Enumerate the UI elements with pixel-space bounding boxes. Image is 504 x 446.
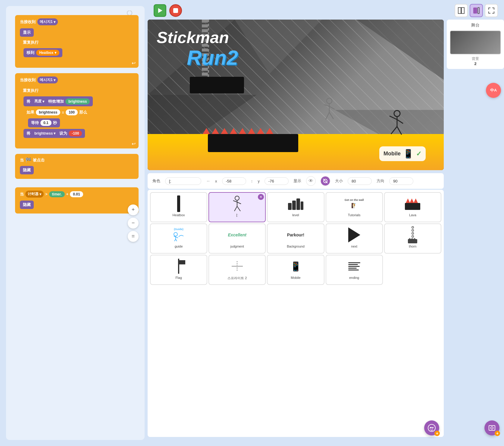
sprite-label: 角色	[152, 178, 160, 184]
hat-block-1[interactable]: 当接收到 메시지1 ▾	[17, 17, 60, 27]
sprite-card-thorn[interactable]: thorn	[384, 223, 441, 254]
mobile-img: 📱	[283, 257, 308, 275]
hide-block-1[interactable]: 隐藏	[20, 166, 34, 174]
ending-img	[342, 257, 366, 275]
set-dropdown[interactable]: brightness ▾	[32, 130, 58, 136]
sprite-name-input[interactable]	[165, 177, 201, 185]
zoom-out-button[interactable]: −	[128, 218, 139, 229]
fullscreen-button[interactable]	[485, 4, 498, 17]
lava-img	[401, 195, 425, 213]
repeat-block-1[interactable]: 重复执行	[20, 38, 42, 47]
sprite-info-bar: 角色 ↔ x ↕ y 显示 👁 大小 方向	[148, 173, 444, 189]
svg-marker-53	[411, 238, 413, 239]
sprite-card-guide[interactable]: (Guide) guide	[150, 223, 207, 254]
sprite-card-mobile[interactable]: 📱 Mobile	[267, 255, 324, 285]
brightness-value: brightness	[65, 98, 90, 104]
hat-block-4[interactable]: 当 计时器 ▾ > timer. + 0.01	[17, 189, 86, 199]
sprite-card-sprite2[interactable]: 스프라이트 2	[208, 255, 266, 285]
ending-label: ending	[349, 276, 359, 279]
move-dropdown[interactable]: Heatbox ▾	[36, 50, 59, 56]
svg-line-27	[329, 112, 333, 119]
translate-btn[interactable]: 中A	[486, 83, 501, 98]
timer-val: 0.01	[70, 191, 83, 197]
sprite-card-tutorials[interactable]: Get on the wall 🧗 Tutorials	[326, 192, 383, 222]
svg-line-50	[176, 239, 177, 241]
guide-img: (Guide)	[167, 226, 191, 244]
wait-value: 0.1	[40, 120, 52, 126]
stop-button[interactable]	[169, 4, 182, 17]
sprite-card-lava[interactable]: Lava	[384, 192, 441, 222]
dir-input[interactable]	[389, 177, 413, 185]
y-input[interactable]	[265, 177, 289, 185]
repeat-block-2[interactable]: 重复执行	[20, 86, 42, 95]
zoom-controls: + − =	[128, 204, 139, 242]
hat-block-2[interactable]: 当接收到 메시지1 ▾	[17, 75, 60, 85]
svg-rect-39	[296, 198, 300, 210]
add-sprite-button[interactable]: +	[424, 420, 439, 435]
sprite-card-ending[interactable]: ending	[326, 255, 383, 285]
show-label: 显示	[293, 178, 301, 184]
effect-block[interactable]: 将 亮度 ▾ 特效增加 brightness	[23, 96, 93, 106]
green-flag-button[interactable]	[154, 4, 166, 17]
show-block[interactable]: 显示	[20, 28, 34, 37]
svg-line-21	[397, 126, 402, 135]
x-input[interactable]	[222, 177, 246, 185]
if-block[interactable]: 如果 brightness = 100 那么	[23, 108, 90, 117]
add-stage-button[interactable]: +	[484, 420, 499, 435]
split-view-button[interactable]	[455, 4, 468, 17]
wait-block[interactable]: 等待 0.1 秒	[28, 118, 60, 127]
svg-line-33	[233, 201, 237, 202]
next-img	[342, 226, 366, 244]
svg-point-0	[127, 11, 132, 15]
delete-player-btn[interactable]: ✕	[258, 194, 264, 200]
sprite-card-judgment[interactable]: Excellent judgment	[208, 223, 266, 254]
sprite-card-player[interactable]: ✕ [:	[208, 192, 266, 222]
hat-dropdown-1[interactable]: 메시지1 ▾	[37, 18, 58, 25]
svg-point-45	[174, 232, 177, 236]
loop-arrow-2: ↩	[132, 141, 136, 147]
svg-rect-38	[292, 201, 296, 210]
move-to-block[interactable]: 移到 Heatbox ▾	[23, 48, 62, 57]
svg-point-22	[327, 98, 332, 104]
side-stage-panel: 舞台 背景 2	[447, 20, 504, 69]
svg-marker-42	[406, 198, 410, 203]
hat-block-3[interactable]: 当 🏁 被点击	[17, 156, 47, 164]
size-label: 大小	[335, 178, 343, 184]
bg-label: 背景	[450, 56, 501, 61]
stage-thumbnail[interactable]	[450, 30, 501, 55]
brightness-dropdown[interactable]: 亮度 ▾	[32, 98, 47, 105]
block-group-4: 当 计时器 ▾ > timer. + 0.01	[15, 187, 139, 214]
sprite-card-level[interactable]: level	[267, 192, 324, 222]
svg-point-61	[491, 427, 493, 429]
hidden-button[interactable]	[321, 176, 330, 186]
play-controls	[154, 4, 182, 17]
svg-rect-10	[478, 8, 479, 14]
player-img	[225, 195, 249, 213]
zoom-reset-button[interactable]: =	[128, 231, 139, 242]
sprite-card-next[interactable]: next	[326, 223, 383, 254]
guide-label: guide	[175, 245, 183, 248]
svg-marker-15	[235, 20, 322, 74]
size-input[interactable]	[348, 177, 372, 185]
x-label: x	[215, 179, 217, 183]
zoom-in-button[interactable]: +	[128, 204, 139, 215]
eye-button[interactable]: 👁	[306, 176, 316, 186]
stage-left-button[interactable]	[470, 4, 483, 17]
hide-block-2[interactable]: 隐藏	[20, 201, 34, 209]
timer-dropdown[interactable]: 计时器 ▾	[25, 191, 44, 198]
side-panel-wrapper: 舞台 背景 2 中A	[447, 20, 504, 446]
sprite-card-heatbox[interactable]: Heatbox	[150, 192, 207, 222]
svg-point-16	[394, 111, 400, 117]
svg-line-24	[324, 104, 329, 106]
sprite-grid: Heatbox ✕ [:	[148, 190, 444, 437]
hat-dropdown-2[interactable]: 메시지1 ▾	[37, 76, 58, 83]
sprite-grid-inner: Heatbox ✕ [:	[148, 190, 444, 287]
left-code-panel: 当接收到 메시지1 ▾ 显示 重复执行 移到	[6, 6, 145, 440]
sprite-card-background[interactable]: Parkour! Background	[267, 223, 324, 254]
title-run2: Run2	[187, 46, 238, 69]
svg-line-26	[326, 112, 329, 120]
dark-rect	[208, 134, 298, 152]
sprite-card-flag[interactable]: Flag	[150, 255, 207, 285]
background-img: Parkour!	[283, 226, 308, 244]
set-block[interactable]: 将 brightness ▾ 设为 -100	[23, 129, 85, 138]
